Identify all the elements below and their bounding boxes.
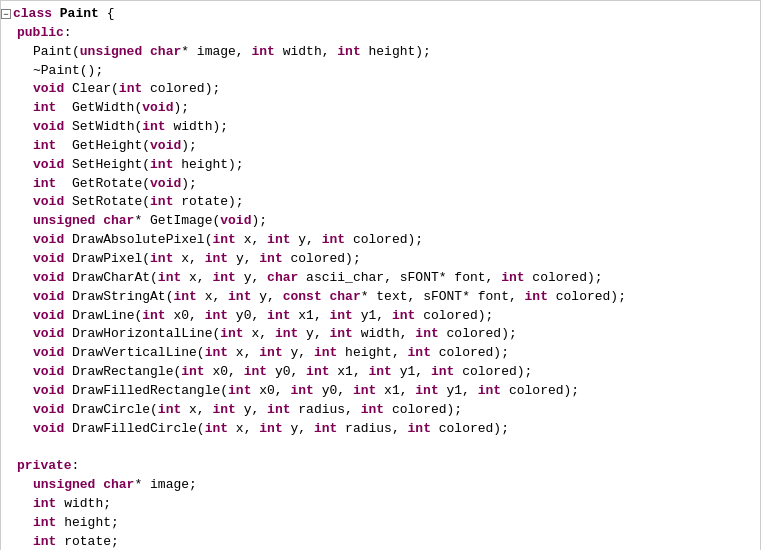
code-token: char <box>330 288 361 307</box>
code-token: ); <box>173 99 189 118</box>
code-token: int <box>33 137 56 156</box>
code-line: int GetHeight(void); <box>1 137 760 156</box>
code-token: colored); <box>384 401 462 420</box>
code-token: int <box>142 307 165 326</box>
code-token: * image, <box>181 43 251 62</box>
code-token: int <box>220 325 243 344</box>
code-token: int <box>181 363 204 382</box>
code-token: y0, <box>228 307 267 326</box>
code-token: y0, <box>267 363 306 382</box>
code-line: void SetWidth(int width); <box>1 118 760 137</box>
code-line: void DrawFilledRectangle(int x0, int y0,… <box>1 382 760 401</box>
code-token: int <box>119 80 142 99</box>
code-token: x1, <box>330 363 369 382</box>
code-token: int <box>525 288 548 307</box>
code-token: int <box>267 401 290 420</box>
code-line: int GetWidth(void); <box>1 99 760 118</box>
code-token: int <box>353 382 376 401</box>
code-token: int <box>158 269 181 288</box>
code-token: GetRotate( <box>56 175 150 194</box>
code-token: public <box>17 24 64 43</box>
code-token: Clear( <box>64 80 119 99</box>
code-token: class <box>13 5 60 24</box>
code-token: int <box>244 363 267 382</box>
code-token: SetHeight( <box>64 156 150 175</box>
code-token: int <box>212 231 235 250</box>
code-line: void DrawRectangle(int x0, int y0, int x… <box>1 363 760 382</box>
code-token: colored); <box>501 382 579 401</box>
code-token: int <box>415 325 438 344</box>
code-line: void DrawFilledCircle(int x, int y, int … <box>1 420 760 439</box>
code-token: int <box>33 533 56 550</box>
code-token: colored); <box>142 80 220 99</box>
code-line: −class Paint { <box>1 5 760 24</box>
code-token: x, <box>181 269 212 288</box>
code-token: int <box>33 99 56 118</box>
code-token: int <box>150 193 173 212</box>
collapse-button[interactable]: − <box>1 9 11 19</box>
code-token: DrawStringAt( <box>64 288 173 307</box>
code-token: * text, sFONT* font, <box>361 288 525 307</box>
code-token: SetRotate( <box>64 193 150 212</box>
code-token: rotate; <box>56 533 118 550</box>
code-line: void SetHeight(int height); <box>1 156 760 175</box>
code-token: x, <box>244 325 275 344</box>
code-token: GetHeight( <box>56 137 150 156</box>
code-token: char <box>103 212 134 231</box>
code-line: void DrawVerticalLine(int x, int y, int … <box>1 344 760 363</box>
code-token: radius, <box>291 401 361 420</box>
code-token: int <box>205 307 228 326</box>
code-token: int <box>150 250 173 269</box>
code-token: y, <box>236 269 267 288</box>
code-token: int <box>158 401 181 420</box>
code-token: void <box>33 363 64 382</box>
code-token: colored); <box>431 344 509 363</box>
code-token: int <box>212 269 235 288</box>
code-token: int <box>314 344 337 363</box>
code-token: DrawPixel( <box>64 250 150 269</box>
code-token: void <box>33 193 64 212</box>
code-token: int <box>173 288 196 307</box>
code-editor: −class Paint {public:Paint(unsigned char… <box>0 0 761 550</box>
code-line: void DrawStringAt(int x, int y, const ch… <box>1 288 760 307</box>
code-token: * GetImage( <box>134 212 220 231</box>
code-token: width); <box>166 118 228 137</box>
code-token: x, <box>181 401 212 420</box>
code-token: void <box>33 250 64 269</box>
code-token: void <box>33 156 64 175</box>
code-token: void <box>33 307 64 326</box>
code-token: void <box>33 80 64 99</box>
code-token: int <box>330 325 353 344</box>
code-token: : <box>64 24 72 43</box>
code-token: ); <box>251 212 267 231</box>
code-token: int <box>369 363 392 382</box>
code-line: unsigned char* image; <box>1 476 760 495</box>
code-token: void <box>220 212 251 231</box>
code-token: Paint <box>60 5 99 24</box>
code-line: Paint(unsigned char* image, int width, i… <box>1 43 760 62</box>
code-token: colored); <box>283 250 361 269</box>
code-token: { <box>99 5 115 24</box>
code-token: char <box>103 476 134 495</box>
code-token: y, <box>298 325 329 344</box>
code-line: public: <box>1 24 760 43</box>
code-token: y, <box>251 288 282 307</box>
code-token: int <box>205 250 228 269</box>
code-token: y1, <box>439 382 478 401</box>
code-token: height); <box>361 43 431 62</box>
code-token: int <box>228 288 251 307</box>
code-token: x, <box>173 250 204 269</box>
code-line: void DrawCircle(int x, int y, int radius… <box>1 401 760 420</box>
code-token: int <box>142 118 165 137</box>
code-token: int <box>259 420 282 439</box>
code-token: int <box>33 175 56 194</box>
code-token: int <box>314 420 337 439</box>
code-token: private <box>17 457 72 476</box>
code-token: GetWidth( <box>56 99 142 118</box>
code-token: int <box>251 43 274 62</box>
code-token: int <box>150 156 173 175</box>
code-token: DrawCircle( <box>64 401 158 420</box>
code-token: int <box>259 344 282 363</box>
code-line: unsigned char* GetImage(void); <box>1 212 760 231</box>
code-token: DrawLine( <box>64 307 142 326</box>
